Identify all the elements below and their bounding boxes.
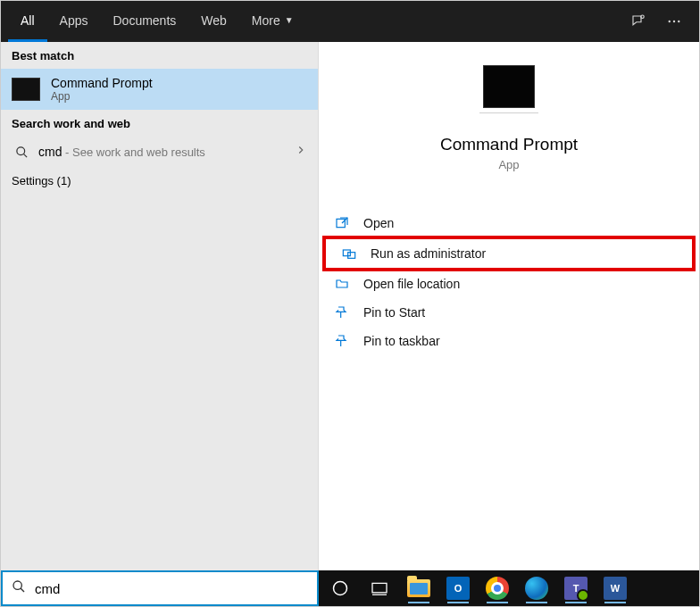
- teams-icon[interactable]: T: [560, 570, 592, 606]
- action-pin-to-taskbar[interactable]: Pin to taskbar: [319, 327, 699, 355]
- search-panel: All Apps Documents Web More ▼ Best match…: [0, 0, 700, 607]
- action-open-file-location[interactable]: Open file location: [319, 270, 699, 298]
- divider: [479, 112, 538, 113]
- open-icon: [333, 215, 351, 231]
- action-pin-to-start[interactable]: Pin to Start: [319, 298, 699, 327]
- feedback-icon[interactable]: [621, 1, 656, 42]
- preview-header: Command Prompt App: [319, 58, 699, 177]
- svg-rect-15: [372, 583, 387, 592]
- chevron-right-icon: [295, 144, 307, 160]
- result-title: Command Prompt: [51, 76, 153, 90]
- search-input[interactable]: [35, 581, 308, 596]
- preview-subtitle: App: [498, 158, 519, 171]
- tab-apps[interactable]: Apps: [47, 1, 101, 42]
- chrome-icon[interactable]: [481, 570, 513, 606]
- svg-point-4: [16, 146, 24, 154]
- tab-documents[interactable]: Documents: [100, 1, 188, 42]
- best-match-header: Best match: [1, 42, 318, 69]
- tab-more[interactable]: More ▼: [239, 1, 306, 42]
- preview-panel: Command Prompt App Open Run as administr: [319, 42, 699, 570]
- search-web-hint: - See work and web results: [62, 146, 204, 159]
- svg-line-5: [23, 154, 27, 157]
- svg-rect-8: [343, 250, 350, 256]
- search-box[interactable]: [1, 570, 319, 606]
- search-icon: [12, 579, 26, 597]
- result-command-prompt[interactable]: Command Prompt App: [1, 69, 318, 110]
- actions-list: Open Run as administrator Open file loca…: [319, 209, 699, 355]
- folder-icon: [333, 276, 351, 292]
- svg-rect-6: [337, 219, 345, 227]
- results-panel: Best match Command Prompt App Search wor…: [1, 42, 319, 570]
- bottom-bar: O T W: [1, 570, 699, 606]
- file-explorer-icon[interactable]: [403, 570, 435, 606]
- action-label: Open: [363, 216, 394, 230]
- svg-point-2: [673, 21, 675, 22]
- word-icon[interactable]: W: [599, 570, 631, 606]
- task-view-icon[interactable]: [363, 570, 396, 606]
- pin-icon: [333, 333, 351, 349]
- search-web-item[interactable]: cmd - See work and web results: [1, 137, 318, 167]
- edge-icon[interactable]: [521, 570, 553, 606]
- cortana-icon[interactable]: [324, 570, 356, 606]
- action-label: Pin to taskbar: [363, 334, 440, 348]
- tab-web[interactable]: Web: [188, 1, 239, 42]
- action-open[interactable]: Open: [319, 209, 699, 237]
- action-run-as-administrator[interactable]: Run as administrator: [326, 239, 692, 268]
- svg-point-14: [334, 582, 347, 595]
- search-icon: [12, 146, 31, 159]
- action-label: Pin to Start: [363, 305, 425, 320]
- taskbar: O T W: [319, 570, 699, 606]
- result-subtitle: App: [51, 90, 153, 103]
- pin-icon: [333, 304, 351, 320]
- action-label: Open file location: [363, 277, 460, 291]
- svg-line-13: [21, 588, 24, 592]
- command-prompt-icon: [12, 78, 40, 101]
- svg-point-1: [669, 21, 671, 22]
- annotation-highlight: Run as administrator: [322, 236, 696, 271]
- outlook-icon[interactable]: O: [442, 570, 474, 606]
- more-options-icon[interactable]: [656, 1, 692, 42]
- settings-category[interactable]: Settings (1): [1, 167, 318, 195]
- tab-more-label: More: [252, 13, 280, 28]
- chevron-down-icon: ▼: [285, 15, 294, 25]
- tab-all[interactable]: All: [8, 1, 47, 42]
- search-web-term: cmd: [38, 145, 62, 159]
- svg-point-12: [13, 581, 21, 589]
- svg-point-0: [641, 15, 644, 18]
- shield-icon: [340, 245, 358, 262]
- preview-title: Command Prompt: [440, 135, 578, 154]
- action-label: Run as administrator: [371, 246, 486, 261]
- filter-tabs: All Apps Documents Web More ▼: [1, 1, 699, 42]
- svg-rect-9: [348, 253, 355, 259]
- command-prompt-icon: [483, 65, 535, 108]
- svg-point-3: [678, 21, 679, 22]
- search-work-web-header: Search work and web: [1, 110, 318, 137]
- main-area: Best match Command Prompt App Search wor…: [1, 42, 699, 570]
